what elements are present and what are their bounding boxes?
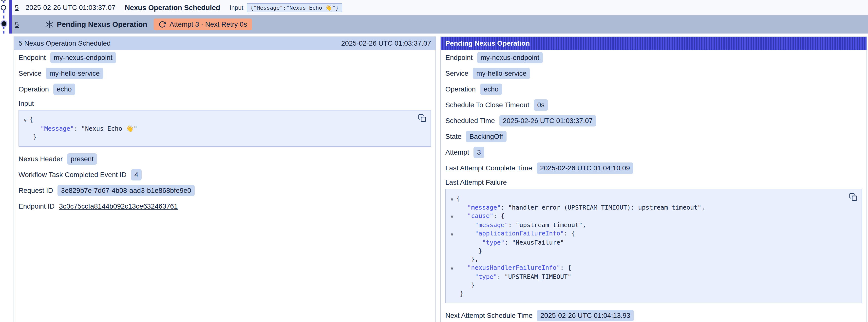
event-detail-header: 5 Nexus Operation Scheduled 2025-02-26 U… [14,37,435,50]
json-text: : "handler error (UPSTREAM_TIMEOUT): ups… [501,203,705,212]
event-timestamp: 2025-02-26 UTC 01:03:37.07 [26,4,116,11]
event-detail-panel: 5 Nexus Operation Scheduled 2025-02-26 U… [13,36,436,322]
pending-detail-panel: Pending Nexus Operation Endpointmy-nexus… [440,36,867,322]
field-value-badge: present [67,153,97,165]
json-text: { [456,194,460,203]
json-key: "message" [475,221,508,229]
field-row-service: Servicemy-hello-service [445,66,862,82]
active-event-indicator-bar [9,0,12,34]
field-row-scheduled-time: Scheduled Time2025-02-26 UTC 01:03:37.07 [445,113,862,129]
chevron-down-icon[interactable]: ∨ [448,194,456,203]
json-text: : { [493,212,504,221]
json-viewer: ∨{ "message": "handler error (UPSTREAM_T… [445,189,862,303]
json-line: } [448,281,847,289]
json-text [456,264,467,273]
json-line: } [448,289,847,298]
field-value-badge: my-hello-service [46,68,103,79]
field-value-badge: 3 [473,147,484,158]
field-row-last-attempt-complete-time: Last Attempt Complete Time2025-02-26 UTC… [445,160,862,176]
pending-event-id-link[interactable]: 5 [15,21,19,29]
input-preview-badge[interactable]: {"Message":"Nexus Echo 👋"} [247,3,342,12]
event-detail-fields: Endpointmy-nexus-endpointServicemy-hello… [14,50,435,214]
timeline-node-filled[interactable] [1,21,6,26]
field-label: Next Attempt Schedule Time [445,312,532,320]
json-text: } [456,281,475,289]
json-text [456,238,482,247]
json-line: } [21,133,416,141]
field-label: Workflow Task Completed Event ID [19,171,127,179]
copy-icon [418,114,426,122]
field-value-badge: 2025-02-26 UTC 01:04:10.09 [537,162,633,174]
field-label: Scheduled Time [445,117,495,125]
field-row-state: StateBackingOff [445,129,862,144]
field-row-operation: Operationecho [445,82,862,97]
chevron-gutter [448,281,456,289]
field-label: Last Attempt Failure [445,179,507,186]
field-row-endpoint-id: Endpoint ID3c0c75ccfa8144b092c13ce632463… [19,198,431,214]
json-line: "message": "upstream timeout", [448,221,847,229]
field-value-badge: 0s [534,99,548,111]
chevron-down-icon[interactable]: ∨ [448,229,456,238]
copy-button[interactable] [417,114,427,123]
json-line: }, [448,255,847,264]
json-text: : "upstream timeout", [508,221,586,229]
field-value-badge: 2025-02-26 UTC 01:04:13.93 [537,310,633,321]
event-id-link[interactable]: 5 [15,4,19,11]
field-value-badge: echo [480,84,502,95]
json-key: "Message" [40,125,74,133]
json-line: ∨ "applicationFailureInfo": { [448,229,847,238]
json-line: "type": "NexusFailure" [448,238,847,247]
json-line: ∨{ [448,194,847,203]
json-text [456,203,467,212]
json-viewer: ∨{ "Message": "Nexus Echo 👋" } [19,110,431,147]
timeline-node-open[interactable] [1,5,6,10]
field-label: Operation [19,85,49,93]
chevron-gutter [448,289,456,298]
json-line: "Message": "Nexus Echo 👋" [21,125,416,133]
json-key: "message" [467,203,501,212]
json-line: ∨ "cause": { [448,212,847,221]
chevron-down-icon[interactable]: ∨ [448,264,456,273]
pending-operation-title: Pending Nexus Operation [57,20,147,29]
json-text: } [456,247,482,255]
json-key: "cause" [467,212,493,221]
chevron-gutter [448,221,456,229]
field-value-badge: BackingOff [466,131,506,142]
json-text [456,229,475,238]
field-label: Endpoint [445,54,473,62]
field-row-nexus-header: Nexus Headerpresent [19,151,431,167]
json-line: ∨ "nexusHandlerFailureInfo": { [448,264,847,273]
field-label: Endpoint ID [19,202,55,210]
field-label: State [445,133,461,140]
field-value-badge: my-nexus-endpoint [477,52,543,63]
chevron-gutter [448,238,456,247]
field-row-endpoint: Endpointmy-nexus-endpoint [445,50,862,66]
pending-detail-header: Pending Nexus Operation [441,37,867,50]
field-value-badge: my-hello-service [473,68,530,79]
json-key: "type" [482,238,504,247]
event-history-row[interactable]: 5 2025-02-26 UTC 01:03:37.07 Nexus Opera… [12,0,868,15]
json-text: }, [456,255,478,264]
input-label: Input [230,4,244,11]
field-label: Operation [445,85,476,93]
json-line: "type": "UPSTREAM_TIMEOUT" [448,273,847,281]
field-value-badge: 3e829b7e-7d67-4b08-aad3-b1e868bfe9e0 [58,185,195,196]
json-line: "message": "handler error (UPSTREAM_TIME… [448,203,847,212]
chevron-down-icon[interactable]: ∨ [21,116,29,125]
copy-button[interactable] [848,192,858,202]
chevron-gutter [448,255,456,264]
pending-detail-fields: Endpointmy-nexus-endpointServicemy-hello… [441,50,867,322]
field-label: Service [19,69,41,77]
chevron-down-icon[interactable]: ∨ [448,212,456,221]
field-row-schedule-to-close-timeout: Schedule To Close Timeout0s [445,97,862,113]
endpoint-id-link[interactable]: 3c0c75ccfa8144b092c13ce632463761 [59,202,178,210]
json-text: : "UPSTREAM_TIMEOUT" [497,273,571,281]
asterisk-icon [45,20,54,29]
json-key: "nexusHandlerFailureInfo" [467,264,560,273]
chevron-gutter [21,125,29,133]
field-row-attempt: Attempt3 [445,144,862,160]
retry-badge-text: Attempt 3 · Next Retry 0s [169,21,247,28]
field-row-next-attempt-schedule-time: Next Attempt Schedule Time2025-02-26 UTC… [445,308,862,322]
pending-operation-row[interactable]: 5 Pending Nexus Operation Attempt 3 · Ne… [12,15,868,34]
event-name: Nexus Operation Scheduled [125,4,220,12]
